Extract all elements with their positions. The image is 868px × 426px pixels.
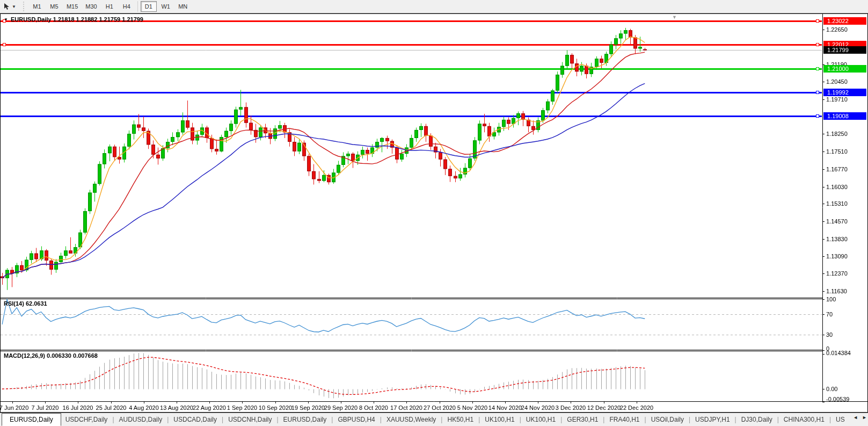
timeframe-button-mn[interactable]: MN [175,1,191,12]
price-tick-label: 1.13830 [826,236,848,242]
timeframe-button-m30[interactable]: M30 [82,1,100,12]
rsi-axis-label: 30 [826,331,833,338]
date-axis-label: 27 Oct 2020 [424,405,456,411]
chart-tab-china300-h1[interactable]: CHINA300,H1 [779,414,829,425]
toolbar-separator [137,1,138,12]
price-badge: 1.21000 [823,65,866,73]
cursor-arrow-icon [3,3,10,10]
chart-tab-hk50-h1[interactable]: HK50,H1 [443,414,478,425]
chart-tab-us[interactable]: US [831,414,849,425]
tab-scroll-right-icon[interactable]: ► [862,415,867,420]
date-axis-label: 8 Oct 2020 [359,405,388,411]
price-badge: 1.19008 [823,112,866,120]
date-axis-label: 12 Dec 2020 [587,405,621,411]
date-axis-label: 1 Sep 2020 [227,405,257,411]
rsi-indicator-label: RSI(14) 62.0631 [4,300,47,307]
date-axis-label: 22 Aug 2020 [193,405,226,411]
date-axis-label: 13 Aug 2020 [160,405,193,411]
price-tick-label: 1.16030 [826,184,848,190]
chart-tab-usdcnh-daily[interactable]: USDCNH,Daily [224,414,276,425]
chart-tab-dj30-daily[interactable]: DJ30,Daily [737,414,777,425]
chart-tab-eurusd-daily[interactable]: EURUSD,Daily [2,413,61,426]
date-axis-label: 14 Nov 2020 [488,405,522,411]
chart-shift-marker-icon[interactable]: ▼ [672,15,677,20]
date-axis-label: 24 Nov 2020 [521,405,555,411]
price-badge: 1.19992 [823,89,866,96]
date-axis-label: 17 Oct 2020 [390,405,422,411]
toolbar-drag-handle[interactable] [23,2,25,11]
price-badge: 1.23022 [823,17,866,25]
rsi-axis-label: 100 [826,296,836,302]
date-axis-label: 25 Jul 2020 [96,405,127,411]
timeframe-button-m15[interactable]: M15 [63,1,81,12]
date-axis-label: 5 Nov 2020 [457,405,487,411]
timeframe-button-d1[interactable]: D1 [141,1,157,12]
timeframe-toolbar: ▼ M1M5M15M30H1H4D1W1MN [0,0,868,13]
date-axis-label: 16 Jul 2020 [63,405,93,411]
date-axis-label: 3 Dec 2020 [556,405,586,411]
chart-tab-gbpusd-h4[interactable]: GBPUSD,H4 [333,414,379,425]
price-tick-label: 1.20450 [826,78,848,85]
price-tick-label: 1.11630 [826,288,847,294]
dropdown-caret-icon: ▼ [12,4,16,9]
chart-tab-fra40-h1[interactable]: FRA40,H1 [605,414,644,425]
date-axis-label: 7 Jul 2020 [32,405,59,411]
date-axis-label: 10 Sep 2020 [259,405,292,411]
timeframe-button-h4[interactable]: H4 [119,1,135,12]
timeframe-button-m1[interactable]: M1 [29,1,45,12]
chart-tab-usdjpy-h1[interactable]: USDJPY,H1 [691,414,734,425]
price-tick-label: 1.19710 [826,96,848,103]
date-axis-label: 22 Dec 2020 [620,405,653,411]
chart-tab-uk100-h1[interactable]: UK100,H1 [480,414,519,425]
price-tick-label: 1.12370 [826,270,848,277]
tab-scroll-controls: ◄ ► [850,415,867,420]
price-tick-label: 1.15310 [826,200,848,207]
rsi-axis-label: 70 [826,311,833,317]
price-tick-label: 1.13090 [826,253,848,259]
chart-window: ▼ EURUSD,Daily 1.21818 1.21882 1.21759 1… [0,13,868,413]
chart-tab-usdcad-daily[interactable]: USDCAD,Daily [169,414,221,425]
mt4-terminal: ▼ M1M5M15M30H1H4D1W1MN ▼ EURUSD,Daily 1.… [0,0,868,426]
chart-tab-usoil-daily[interactable]: USOil,Daily [647,414,688,425]
macd-axis-label: -0.00539 [826,396,849,402]
chart-tab-ger30-h1[interactable]: GER30,H1 [563,414,602,425]
date-axis-label: 19 Sep 2020 [291,405,325,411]
chart-tab-xauusd-weekly[interactable]: XAUUSD,Weekly [382,414,440,425]
tab-scroll-left-icon[interactable]: ◄ [853,415,858,420]
macd-axis-label: 0.014384 [826,350,851,356]
cursor-tool-button[interactable]: ▼ [0,1,19,12]
chart-tab-eurusd-daily[interactable]: EURUSD,Daily [279,414,331,425]
chart-tab-uk100-h1[interactable]: UK100,H1 [522,414,560,425]
date-axis-label: 29 Sep 2020 [324,405,358,411]
chart-tab-usdchf-daily[interactable]: USDCHF,Daily [61,414,112,425]
date-axis-label: 4 Aug 2020 [129,405,159,411]
timeframe-button-w1[interactable]: W1 [158,1,174,12]
price-tick-label: 1.18250 [826,131,848,137]
chart-tab-bar: EURUSD,DailyUSDCHF,Daily|AUDUSD,Daily|US… [0,413,868,426]
price-badge: 1.21799 [823,46,866,54]
date-axis-label: 27 Jun 2020 [0,405,28,411]
chart-canvas[interactable] [1,14,867,412]
price-tick-label: 1.22650 [826,26,848,33]
chart-tab-audusd-daily[interactable]: AUDUSD,Daily [115,414,167,425]
timeframe-buttons: M1M5M15M30H1H4D1W1MN [28,1,192,12]
chart-title-text: EURUSD,Daily 1.21818 1.21882 1.21759 1.2… [11,16,143,23]
chart-collapse-icon[interactable]: ▼ [4,17,8,22]
macd-axis-label: 0.00 [826,386,837,392]
macd-indicator-label: MACD(12,26,9) 0.006330 0.007668 [4,352,98,359]
price-tick-label: 1.17510 [826,148,848,155]
price-tick-label: 1.14570 [826,218,848,225]
chart-title: ▼ EURUSD,Daily 1.21818 1.21882 1.21759 1… [4,16,143,23]
timeframe-button-h1[interactable]: H1 [101,1,118,12]
timeframe-button-m5[interactable]: M5 [46,1,62,12]
price-tick-label: 1.16770 [826,166,848,172]
